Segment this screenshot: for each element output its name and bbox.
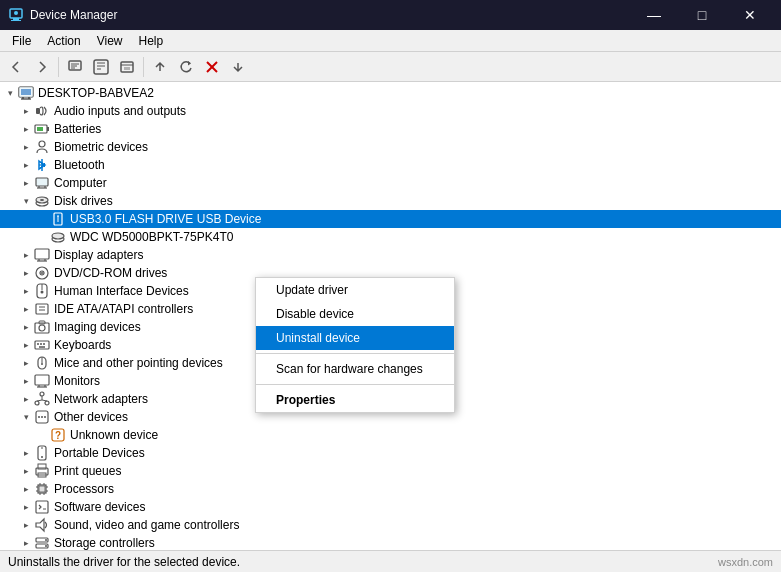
svg-rect-96 — [36, 501, 48, 513]
context-menu-disable[interactable]: Disable device — [256, 302, 454, 326]
svg-rect-26 — [37, 127, 43, 131]
svg-point-63 — [41, 363, 43, 365]
tree-item-unknown[interactable]: ? Unknown device — [0, 426, 781, 444]
tree-item-audio[interactable]: Audio inputs and outputs — [0, 102, 781, 120]
expander-batteries[interactable] — [18, 121, 34, 137]
svg-rect-1 — [13, 18, 19, 20]
toolbar-scan[interactable] — [115, 55, 139, 79]
expander-imaging[interactable] — [18, 319, 34, 335]
expander-bluetooth[interactable] — [18, 157, 34, 173]
print-icon — [34, 463, 50, 479]
minimize-button[interactable]: — — [631, 0, 677, 30]
tree-item-disk[interactable]: Disk drives — [0, 192, 781, 210]
wdc-icon — [50, 229, 66, 245]
keyboard-icon — [34, 337, 50, 353]
toolbar-delete[interactable] — [200, 55, 224, 79]
svg-rect-87 — [39, 486, 45, 492]
expander-processors[interactable] — [18, 481, 34, 497]
context-menu-properties[interactable]: Properties — [256, 388, 454, 412]
tree-item-software[interactable]: Software devices — [0, 498, 781, 516]
expander-other[interactable] — [18, 409, 34, 425]
tree-item-portable[interactable]: Portable Devices — [0, 444, 781, 462]
expander-dvd[interactable] — [18, 265, 34, 281]
tree-item-root[interactable]: DESKTOP-BABVEA2 — [0, 84, 781, 102]
network-icon — [34, 391, 50, 407]
svg-rect-23 — [36, 108, 40, 114]
expander-mice[interactable] — [18, 355, 34, 371]
toolbar-refresh[interactable] — [174, 55, 198, 79]
display-icon — [34, 247, 50, 263]
svg-rect-8 — [94, 60, 108, 74]
expander-biometric[interactable] — [18, 139, 34, 155]
menu-view[interactable]: View — [89, 32, 131, 50]
tree-item-storage[interactable]: Storage controllers — [0, 534, 781, 550]
expander-disk[interactable] — [18, 193, 34, 209]
mouse-icon — [34, 355, 50, 371]
svg-rect-28 — [36, 178, 48, 186]
ide-icon — [34, 301, 50, 317]
svg-point-46 — [41, 272, 43, 274]
tree-label-print: Print queues — [54, 464, 777, 478]
context-menu-sep-1 — [256, 353, 454, 354]
tree-item-batteries[interactable]: Batteries — [0, 120, 781, 138]
tree-label-display: Display adapters — [54, 248, 777, 262]
svg-point-70 — [45, 401, 49, 405]
toolbar-forward[interactable] — [30, 55, 54, 79]
tree-label-unknown: Unknown device — [70, 428, 777, 442]
toolbar-update[interactable] — [89, 55, 113, 79]
toolbar-up[interactable] — [148, 55, 172, 79]
expander-computer[interactable] — [18, 175, 34, 191]
tree-item-computer[interactable]: Computer — [0, 174, 781, 192]
tree-item-processors[interactable]: Processors — [0, 480, 781, 498]
svg-rect-40 — [35, 249, 49, 259]
tree-item-sound[interactable]: Sound, video and game controllers — [0, 516, 781, 534]
svg-point-101 — [45, 539, 47, 541]
maximize-button[interactable]: □ — [679, 0, 725, 30]
expander-root[interactable] — [2, 85, 18, 101]
expander-print[interactable] — [18, 463, 34, 479]
svg-rect-14 — [124, 67, 130, 70]
main-content: DESKTOP-BABVEA2 Audio inputs and outputs — [0, 82, 781, 550]
expander-network[interactable] — [18, 391, 34, 407]
toolbar-properties[interactable] — [63, 55, 87, 79]
context-menu-uninstall[interactable]: Uninstall device — [256, 326, 454, 350]
expander-monitors[interactable] — [18, 373, 34, 389]
tree-item-print[interactable]: Print queues — [0, 462, 781, 480]
computer-icon — [18, 85, 34, 101]
tree-item-display[interactable]: Display adapters — [0, 246, 781, 264]
expander-storage[interactable] — [18, 535, 34, 550]
tree-item-usb[interactable]: USB3.0 FLASH DRIVE USB Device — [0, 210, 781, 228]
close-button[interactable]: ✕ — [727, 0, 773, 30]
tree-label-biometric: Biometric devices — [54, 140, 777, 154]
context-menu-sep-2 — [256, 384, 454, 385]
tree-item-biometric[interactable]: Biometric devices — [0, 138, 781, 156]
expander-software[interactable] — [18, 499, 34, 515]
expander-keyboards[interactable] — [18, 337, 34, 353]
svg-point-27 — [39, 141, 45, 147]
title-bar: Device Manager — □ ✕ — [0, 0, 781, 30]
svg-rect-64 — [35, 375, 49, 385]
svg-point-49 — [41, 291, 44, 294]
menu-help[interactable]: Help — [131, 32, 172, 50]
svg-point-54 — [39, 325, 45, 331]
expander-display[interactable] — [18, 247, 34, 263]
expander-portable[interactable] — [18, 445, 34, 461]
context-menu-update[interactable]: Update driver — [256, 278, 454, 302]
expander-audio[interactable] — [18, 103, 34, 119]
tree-item-bluetooth[interactable]: Bluetooth — [0, 156, 781, 174]
status-text: Uninstalls the driver for the selected d… — [8, 555, 240, 569]
tree-label-software: Software devices — [54, 500, 777, 514]
toolbar-down[interactable] — [226, 55, 250, 79]
svg-point-82 — [41, 456, 43, 458]
tree-label-sound: Sound, video and game controllers — [54, 518, 777, 532]
expander-ide[interactable] — [18, 301, 34, 317]
expander-sound[interactable] — [18, 517, 34, 533]
menu-file[interactable]: File — [4, 32, 39, 50]
imaging-icon — [34, 319, 50, 335]
context-menu-scan[interactable]: Scan for hardware changes — [256, 357, 454, 381]
expander-hid[interactable] — [18, 283, 34, 299]
tree-item-wdc[interactable]: WDC WD5000BPKT-75PK4T0 — [0, 228, 781, 246]
svg-point-77 — [44, 416, 46, 418]
toolbar-back[interactable] — [4, 55, 28, 79]
menu-action[interactable]: Action — [39, 32, 88, 50]
